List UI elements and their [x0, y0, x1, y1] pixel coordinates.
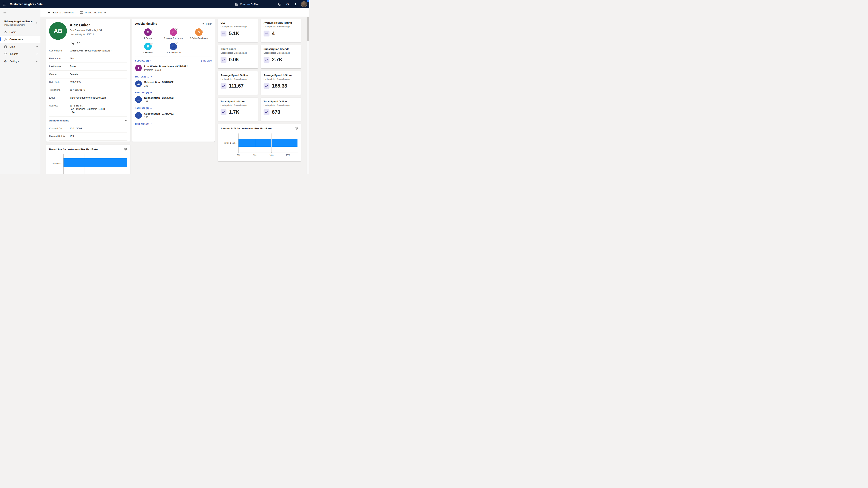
back-button[interactable]: Back to Customers [48, 11, 74, 14]
timeline-group-mar-2022[interactable]: MAR 2022 (1) [135, 75, 153, 78]
check-badge-icon [175, 28, 178, 31]
kpi-updated: Last updated 6 months ago [264, 104, 298, 106]
timeline-item-subtitle: Problem Solved [144, 69, 188, 71]
address-link[interactable]: 1375 3rd St, San Francisco, California 9… [70, 104, 105, 114]
home-icon [4, 30, 7, 34]
hamburger-menu-button[interactable] [3, 11, 7, 16]
database-icon [4, 45, 7, 48]
kpi-value: 670 [272, 109, 280, 115]
filter-label: Filter [206, 22, 212, 25]
kpi-value: 111.67 [229, 83, 244, 89]
kpi-updated: Last updated 6 months ago [264, 78, 298, 80]
audience-selector[interactable]: Primary target audience Individual consu… [0, 20, 40, 28]
activity-type-reviews[interactable]: 3 Reviews [135, 42, 161, 54]
kpi-updated: Last updated 6 months ago [221, 78, 255, 80]
sort-by-date-button[interactable]: By date [200, 59, 212, 62]
timeline-group-sep-2022[interactable]: SEP 2022 (1) [135, 60, 152, 62]
chevron-down-icon [36, 60, 38, 63]
kpi-card-churn-score: Churn Score Last updated 6 months ago 0.… [218, 45, 258, 68]
telephone-link[interactable]: 567-555-0178 [70, 88, 85, 92]
interest-sov-axis: 0%5%10%15% [238, 153, 298, 157]
activity-type-subscriptions[interactable]: 14 Subscriptions [161, 42, 186, 54]
chevron-down-icon [36, 53, 38, 55]
feedback-button[interactable] [276, 1, 283, 8]
smiley-icon [278, 2, 281, 6]
activity-type-label: 3 Reviews [143, 51, 153, 54]
shopping-bag-icon [195, 28, 203, 36]
sidebar-item-home[interactable]: Home [0, 28, 40, 36]
timeline-item[interactable]: Subscription - 3/31/2022 193 [135, 79, 212, 89]
settings-gear-button[interactable]: ⚙ [284, 1, 291, 8]
profile-field-row: Created On 12/31/2008 [49, 125, 127, 133]
gear-icon: ⚙ [4, 60, 7, 63]
line-chart-icon [264, 31, 270, 36]
hamburger-icon [3, 11, 7, 15]
timeline-item[interactable]: Subscription - 1/31/2022 193 [135, 110, 212, 120]
timeline-item-title: Subscription - 1/31/2022 [144, 112, 174, 115]
activity-type-cases[interactable]: 2 Cases [135, 28, 161, 39]
topbar: Customer Insights - Data Contoso Coffee … [0, 0, 309, 8]
interest-sov-plot [238, 133, 298, 153]
toolbar-divider [77, 10, 77, 14]
timeline-group-dec-2021[interactable]: DEC 2021 (1) [135, 123, 152, 125]
environment-name: Contoso Coffee [240, 3, 258, 6]
line-chart-icon [221, 57, 226, 63]
interest-sov-bar[interactable] [239, 139, 298, 147]
waffle-menu-button[interactable] [0, 0, 9, 8]
sidebar-item-data[interactable]: Data [0, 43, 40, 50]
people-icon [4, 38, 7, 41]
call-button[interactable] [71, 41, 74, 45]
timeline-item-title: Low Waste: Power Issue - 9/12/2022 [144, 65, 188, 68]
email-button[interactable] [77, 41, 80, 45]
info-button[interactable] [295, 127, 298, 130]
main-area: Back to Customers Profile add-ons AB Ale… [40, 8, 309, 174]
line-chart-icon [221, 83, 226, 89]
sidebar-item-label: Customers [9, 38, 23, 41]
brand-sov-bar[interactable] [64, 158, 127, 167]
kpi-card-total-spend-instore: Total Spend InStore Last updated 6 month… [218, 98, 258, 121]
kpi-value: 4 [272, 30, 275, 36]
kpi-title: Total Spend InStore [221, 100, 255, 103]
info-button[interactable] [124, 148, 127, 151]
filter-button[interactable]: Filter [202, 22, 212, 25]
sidebar-item-insights[interactable]: Insights [0, 50, 40, 58]
command-bar: Back to Customers Profile add-ons [40, 8, 309, 17]
chevron-down-icon [104, 11, 106, 13]
kpi-card-average-spend-instore: Average Spend InStore Last updated 6 mon… [261, 71, 301, 95]
profile-field-row: Gender Female [49, 71, 127, 78]
activity-type-instore-purchases[interactable]: 9 InstorePurchases [161, 28, 186, 39]
sidebar-item-label: Settings [9, 60, 19, 63]
kpi-title: Churn Score [221, 47, 255, 51]
environment-picker[interactable]: Contoso Coffee [235, 3, 258, 6]
timeline-item[interactable]: Low Waste: Power Issue - 9/12/2022 Probl… [135, 63, 212, 73]
people-icon [135, 96, 142, 103]
timeline-group-feb-2022[interactable]: FEB 2022 (1) [135, 91, 152, 94]
chart-title: Interest SoV for customers like Alex Bak… [221, 127, 273, 130]
scrollbar-thumb[interactable] [307, 17, 309, 41]
info-icon [124, 148, 127, 151]
user-avatar[interactable] [301, 1, 307, 7]
y-category-label: BBQs & Gril... [221, 133, 238, 153]
field-value: Female [70, 73, 78, 76]
help-button[interactable]: ? [292, 1, 299, 8]
kpi-card-average-review-rating: Average Review Rating Last updated 6 mon… [261, 19, 301, 42]
person-icon [135, 65, 142, 71]
additional-fields-toggle[interactable]: Additional fields [49, 117, 127, 125]
brand-sov-plot [63, 154, 127, 174]
sidebar-item-customers[interactable]: Customers [0, 36, 40, 43]
help-icon: ? [294, 3, 296, 6]
profile-addons-button[interactable]: Profile add-ons [80, 11, 106, 14]
activity-type-online-purchases[interactable]: 6 OnlinePurchases [186, 28, 212, 39]
timeline-group-jan-2022[interactable]: JAN 2022 (1) [135, 107, 152, 109]
chart-title: Brand Sov for customers like Alex Baker [49, 148, 99, 151]
group-header-label: DEC 2021 (1) [135, 123, 149, 125]
activity-type-label: 2 Cases [144, 37, 152, 39]
profile-field-row: Address 1375 3rd St, San Francisco, Cali… [49, 102, 127, 117]
kpi-title: Average Review Rating [264, 21, 298, 24]
kpi-updated: Last updated 6 months ago [221, 52, 255, 54]
email-link[interactable]: alex@pmgdemo.onmicrosoft.com [70, 96, 106, 100]
timeline-item[interactable]: Subscription - 2/28/2022 193 [135, 95, 212, 104]
sidebar-item-settings[interactable]: ⚙ Settings [0, 58, 40, 65]
kpi-value: 1.7K [229, 109, 240, 115]
field-label: CustomerId [49, 49, 70, 53]
